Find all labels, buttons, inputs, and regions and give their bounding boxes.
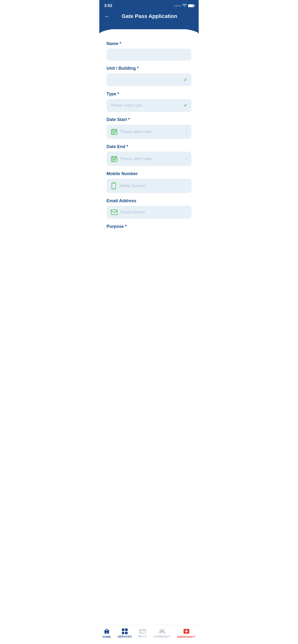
unit-building-chevron-down-icon: ✓	[184, 77, 187, 82]
page-title: Gate Pass Application	[112, 13, 187, 20]
svg-rect-2	[114, 132, 115, 133]
date-start-placeholder: Please select date	[120, 130, 152, 134]
date-start-left: Please select date	[111, 128, 152, 135]
calendar-end-icon	[111, 156, 117, 162]
signal-icon	[174, 5, 181, 6]
svg-rect-1	[112, 132, 113, 133]
name-input[interactable]	[106, 49, 192, 60]
type-placeholder: Please select type	[111, 103, 142, 108]
header: ← Gate Pass Application	[99, 10, 199, 29]
form-container: Name * Unit / Building * ✓ Type * Please…	[99, 36, 199, 253]
status-bar: 3:52	[99, 0, 199, 10]
unit-building-select[interactable]: ✓	[106, 73, 192, 86]
date-start-picker[interactable]: Please select date ›	[106, 124, 192, 139]
email-field-group: Email Address	[106, 198, 192, 219]
name-label: Name *	[106, 41, 192, 46]
mobile-label: Mobile Number	[106, 171, 192, 176]
svg-rect-9	[115, 159, 116, 160]
svg-rect-13	[113, 183, 115, 184]
calendar-icon	[111, 128, 117, 135]
status-time: 3:52	[104, 3, 112, 8]
svg-point-14	[113, 188, 114, 189]
svg-rect-8	[114, 159, 115, 160]
email-wrapper	[106, 206, 192, 219]
type-field-group: Type * Please select type ✓	[106, 92, 192, 112]
svg-rect-5	[114, 133, 115, 134]
name-field-group: Name *	[106, 41, 192, 60]
mobile-input[interactable]	[119, 184, 187, 188]
phone-icon	[111, 182, 117, 189]
email-label: Email Address	[106, 198, 192, 204]
date-start-chevron-right-icon: ›	[186, 130, 187, 134]
type-chevron-down-icon: ✓	[184, 103, 187, 108]
svg-rect-7	[112, 159, 113, 160]
date-end-field-group: Date End * Please select date ›	[106, 144, 192, 166]
svg-rect-4	[112, 133, 113, 134]
battery-icon	[188, 4, 194, 7]
date-end-picker[interactable]: Please select date ›	[106, 152, 192, 166]
unit-building-label: Unit / Building *	[106, 66, 192, 71]
mobile-wrapper	[106, 179, 192, 193]
wifi-icon	[182, 4, 187, 8]
wave-divider	[99, 29, 199, 36]
purpose-field-group: Purpose *	[106, 224, 192, 229]
email-input[interactable]	[120, 210, 187, 214]
unit-building-field-group: Unit / Building * ✓	[106, 66, 192, 86]
svg-rect-3	[115, 132, 116, 133]
purpose-label: Purpose *	[106, 224, 192, 229]
status-icons	[174, 4, 194, 8]
svg-rect-10	[112, 160, 113, 161]
mobile-field-group: Mobile Number	[106, 171, 192, 193]
back-button[interactable]: ←	[104, 13, 110, 20]
svg-rect-11	[114, 160, 115, 161]
date-end-placeholder: Please select date	[120, 157, 152, 161]
svg-rect-15	[111, 210, 117, 215]
email-icon	[111, 210, 117, 215]
date-start-label: Date Start *	[106, 117, 192, 122]
type-select[interactable]: Please select type ✓	[106, 99, 192, 112]
type-label: Type *	[106, 92, 192, 96]
date-end-left: Please select date	[111, 156, 152, 162]
date-start-field-group: Date Start * Please select date ›	[106, 117, 192, 139]
date-end-chevron-right-icon: ›	[186, 156, 187, 162]
date-end-label: Date End *	[106, 144, 192, 149]
